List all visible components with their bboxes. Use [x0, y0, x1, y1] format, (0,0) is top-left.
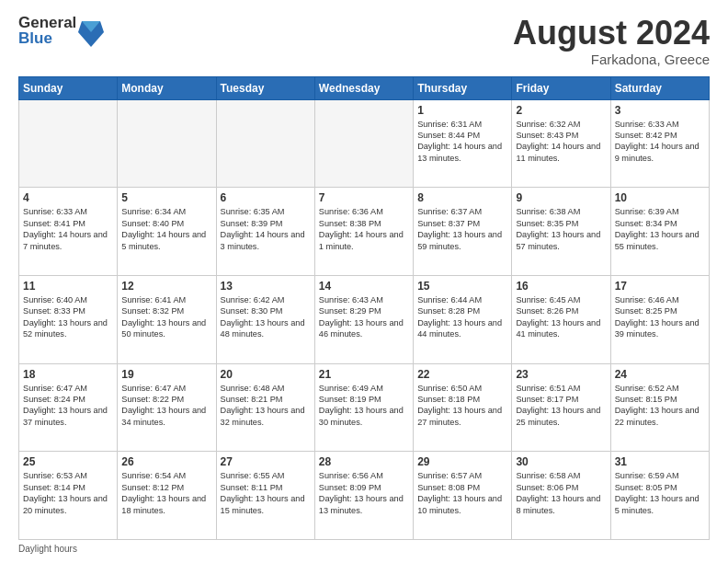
- day-info: Sunrise: 6:33 AMSunset: 8:42 PMDaylight:…: [615, 119, 705, 165]
- day-info: Sunrise: 6:49 AMSunset: 8:19 PMDaylight:…: [319, 383, 409, 429]
- day-info: Sunrise: 6:51 AMSunset: 8:17 PMDaylight:…: [516, 383, 606, 429]
- calendar-day: [19, 99, 118, 188]
- day-info: Sunrise: 6:34 AMSunset: 8:40 PMDaylight:…: [121, 206, 211, 252]
- day-info: Sunrise: 6:50 AMSunset: 8:18 PMDaylight:…: [417, 383, 507, 429]
- day-number: 30: [516, 455, 606, 468]
- calendar-table: Sunday Monday Tuesday Wednesday Thursday…: [18, 76, 710, 540]
- location-subtitle: Farkadona, Greece: [513, 52, 710, 67]
- calendar-day: 29 Sunrise: 6:57 AMSunset: 8:08 PMDaylig…: [414, 452, 512, 540]
- day-number: 25: [23, 455, 113, 468]
- logo-blue: Blue: [18, 30, 76, 46]
- day-info: Sunrise: 6:32 AMSunset: 8:43 PMDaylight:…: [516, 119, 606, 165]
- day-info: Sunrise: 6:46 AMSunset: 8:25 PMDaylight:…: [615, 294, 705, 340]
- day-number: 5: [121, 191, 211, 204]
- calendar-day: 18 Sunrise: 6:47 AMSunset: 8:24 PMDaylig…: [19, 363, 118, 452]
- month-title: August 2024: [513, 15, 710, 52]
- calendar-week-4: 18 Sunrise: 6:47 AMSunset: 8:24 PMDaylig…: [19, 363, 710, 452]
- calendar-day: 5 Sunrise: 6:34 AMSunset: 8:40 PMDayligh…: [118, 188, 216, 276]
- day-info: Sunrise: 6:54 AMSunset: 8:12 PMDaylight:…: [121, 470, 211, 516]
- day-info: Sunrise: 6:41 AMSunset: 8:32 PMDaylight:…: [121, 294, 211, 340]
- day-info: Sunrise: 6:59 AMSunset: 8:05 PMDaylight:…: [615, 470, 705, 516]
- day-number: 24: [615, 368, 705, 381]
- day-info: Sunrise: 6:31 AMSunset: 8:44 PMDaylight:…: [417, 119, 507, 165]
- day-number: 27: [221, 455, 311, 468]
- day-number: 23: [516, 368, 606, 381]
- day-number: 7: [319, 191, 409, 204]
- day-number: 10: [615, 191, 705, 204]
- day-number: 8: [417, 191, 507, 204]
- calendar-week-2: 4 Sunrise: 6:33 AMSunset: 8:41 PMDayligh…: [19, 188, 710, 276]
- calendar-day: 11 Sunrise: 6:40 AMSunset: 8:33 PMDaylig…: [19, 275, 118, 363]
- calendar-week-1: 1 Sunrise: 6:31 AMSunset: 8:44 PMDayligh…: [19, 99, 710, 188]
- calendar-day: [118, 99, 216, 188]
- day-number: 2: [516, 104, 606, 117]
- calendar-day: 4 Sunrise: 6:33 AMSunset: 8:41 PMDayligh…: [19, 188, 118, 276]
- logo-icon: [78, 17, 97, 43]
- calendar-week-5: 25 Sunrise: 6:53 AMSunset: 8:14 PMDaylig…: [19, 452, 710, 540]
- day-number: 4: [23, 191, 113, 204]
- day-info: Sunrise: 6:57 AMSunset: 8:08 PMDaylight:…: [417, 470, 507, 516]
- calendar-day: 19 Sunrise: 6:47 AMSunset: 8:22 PMDaylig…: [118, 363, 216, 452]
- calendar-day: 30 Sunrise: 6:58 AMSunset: 8:06 PMDaylig…: [512, 452, 610, 540]
- day-info: Sunrise: 6:52 AMSunset: 8:15 PMDaylight:…: [615, 383, 705, 429]
- day-info: Sunrise: 6:47 AMSunset: 8:22 PMDaylight:…: [121, 383, 211, 429]
- logo-text: General Blue: [18, 15, 76, 46]
- calendar-day: 22 Sunrise: 6:50 AMSunset: 8:18 PMDaylig…: [414, 363, 512, 452]
- calendar-day: 9 Sunrise: 6:38 AMSunset: 8:35 PMDayligh…: [512, 188, 610, 276]
- day-number: 15: [417, 280, 507, 293]
- day-number: 17: [615, 280, 705, 293]
- logo-general: General: [18, 15, 76, 30]
- logo: General Blue: [18, 15, 97, 46]
- calendar-day: [216, 99, 314, 188]
- day-number: 18: [23, 368, 113, 381]
- day-info: Sunrise: 6:53 AMSunset: 8:14 PMDaylight:…: [23, 470, 113, 516]
- day-number: 26: [121, 455, 211, 468]
- day-number: 6: [221, 191, 311, 204]
- day-info: Sunrise: 6:36 AMSunset: 8:38 PMDaylight:…: [319, 206, 409, 252]
- calendar-day: 14 Sunrise: 6:43 AMSunset: 8:29 PMDaylig…: [314, 275, 413, 363]
- header-tuesday: Tuesday: [216, 76, 314, 99]
- header: General Blue August 2024 Farkadona, Gree…: [18, 15, 710, 67]
- header-friday: Friday: [512, 76, 610, 99]
- day-number: 20: [221, 368, 311, 381]
- calendar-day: 12 Sunrise: 6:41 AMSunset: 8:32 PMDaylig…: [118, 275, 216, 363]
- calendar-day: 31 Sunrise: 6:59 AMSunset: 8:05 PMDaylig…: [610, 452, 709, 540]
- day-number: 31: [615, 455, 705, 468]
- day-number: 3: [615, 104, 705, 117]
- calendar-day: 24 Sunrise: 6:52 AMSunset: 8:15 PMDaylig…: [610, 363, 709, 452]
- day-info: Sunrise: 6:43 AMSunset: 8:29 PMDaylight:…: [319, 294, 409, 340]
- day-number: 22: [417, 368, 507, 381]
- day-number: 19: [121, 368, 211, 381]
- day-number: 14: [319, 280, 409, 293]
- title-block: August 2024 Farkadona, Greece: [513, 15, 710, 67]
- day-number: 9: [516, 191, 606, 204]
- calendar-day: 16 Sunrise: 6:45 AMSunset: 8:26 PMDaylig…: [512, 275, 610, 363]
- calendar-day: 20 Sunrise: 6:48 AMSunset: 8:21 PMDaylig…: [216, 363, 314, 452]
- day-number: 21: [319, 368, 409, 381]
- calendar-day: 15 Sunrise: 6:44 AMSunset: 8:28 PMDaylig…: [414, 275, 512, 363]
- day-info: Sunrise: 6:40 AMSunset: 8:33 PMDaylight:…: [23, 294, 113, 340]
- day-info: Sunrise: 6:56 AMSunset: 8:09 PMDaylight:…: [319, 470, 409, 516]
- calendar-day: 27 Sunrise: 6:55 AMSunset: 8:11 PMDaylig…: [216, 452, 314, 540]
- calendar-day: 17 Sunrise: 6:46 AMSunset: 8:25 PMDaylig…: [610, 275, 709, 363]
- header-monday: Monday: [118, 76, 216, 99]
- calendar-day: 7 Sunrise: 6:36 AMSunset: 8:38 PMDayligh…: [314, 188, 413, 276]
- calendar-day: 23 Sunrise: 6:51 AMSunset: 8:17 PMDaylig…: [512, 363, 610, 452]
- daylight-label: Daylight hours: [18, 544, 77, 554]
- day-info: Sunrise: 6:55 AMSunset: 8:11 PMDaylight:…: [221, 470, 311, 516]
- page: General Blue August 2024 Farkadona, Gree…: [0, 0, 728, 563]
- footer-note: Daylight hours: [18, 544, 710, 554]
- day-info: Sunrise: 6:33 AMSunset: 8:41 PMDaylight:…: [23, 206, 113, 252]
- day-info: Sunrise: 6:58 AMSunset: 8:06 PMDaylight:…: [516, 470, 606, 516]
- calendar-day: 3 Sunrise: 6:33 AMSunset: 8:42 PMDayligh…: [610, 99, 709, 188]
- header-wednesday: Wednesday: [314, 76, 413, 99]
- day-number: 28: [319, 455, 409, 468]
- day-number: 13: [221, 280, 311, 293]
- calendar-day: 1 Sunrise: 6:31 AMSunset: 8:44 PMDayligh…: [414, 99, 512, 188]
- calendar-day: 28 Sunrise: 6:56 AMSunset: 8:09 PMDaylig…: [314, 452, 413, 540]
- day-number: 11: [23, 280, 113, 293]
- calendar-day: 25 Sunrise: 6:53 AMSunset: 8:14 PMDaylig…: [19, 452, 118, 540]
- day-info: Sunrise: 6:44 AMSunset: 8:28 PMDaylight:…: [417, 294, 507, 340]
- day-info: Sunrise: 6:35 AMSunset: 8:39 PMDaylight:…: [221, 206, 311, 252]
- day-number: 16: [516, 280, 606, 293]
